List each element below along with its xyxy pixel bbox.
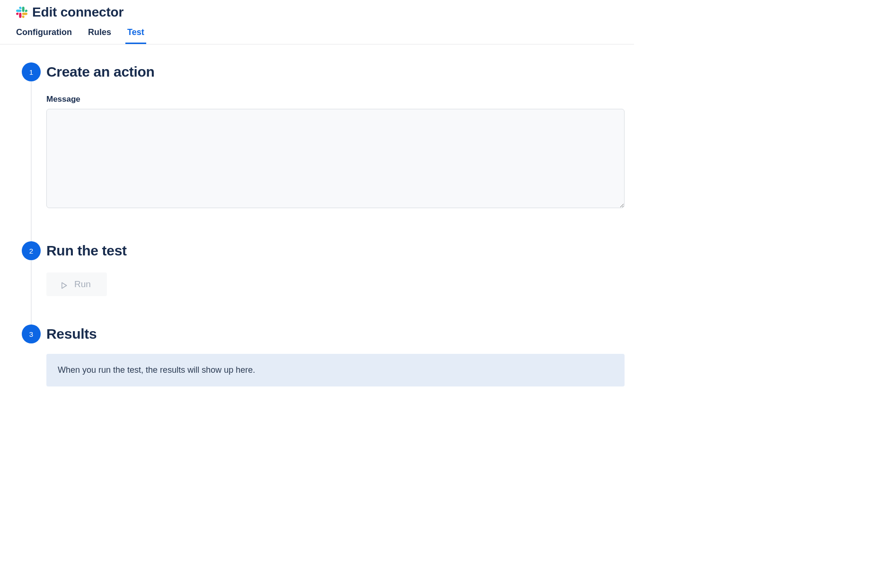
- run-button[interactable]: Run: [46, 272, 107, 296]
- tab-bar: Configuration Rules Test: [16, 22, 618, 44]
- message-textarea[interactable]: [46, 109, 625, 208]
- step-3-title: Results: [46, 325, 625, 343]
- tab-test[interactable]: Test: [127, 27, 144, 44]
- slack-icon: [16, 7, 27, 18]
- step-connector-line: [31, 260, 32, 325]
- step-2-title: Run the test: [46, 241, 625, 260]
- results-placeholder: When you run the test, the results will …: [46, 354, 625, 386]
- play-icon: [61, 281, 68, 288]
- title-row: Edit connector: [16, 5, 618, 20]
- step-connector-line: [31, 81, 32, 241]
- step-2-header: 2 Run the test: [16, 241, 625, 260]
- run-button-label: Run: [74, 279, 91, 290]
- step-3-body-row: When you run the test, the results will …: [16, 343, 625, 386]
- step-badge-3: 3: [22, 325, 41, 343]
- step-1-body-row: Message: [16, 81, 625, 241]
- page-title: Edit connector: [32, 5, 123, 20]
- tab-rules[interactable]: Rules: [88, 27, 111, 44]
- step-3-header: 3 Results: [16, 325, 625, 343]
- step-1-title: Create an action: [46, 62, 625, 81]
- test-tab-content: 1 Create an action Message 2 Run the tes…: [0, 44, 634, 405]
- page-header: Edit connector Configuration Rules Test: [0, 0, 634, 44]
- step-badge-2: 2: [22, 241, 41, 260]
- message-label: Message: [46, 95, 625, 104]
- tab-configuration[interactable]: Configuration: [16, 27, 72, 44]
- step-1-header: 1 Create an action: [16, 62, 625, 81]
- step-2-body-row: Run: [16, 260, 625, 325]
- step-badge-1: 1: [22, 62, 41, 81]
